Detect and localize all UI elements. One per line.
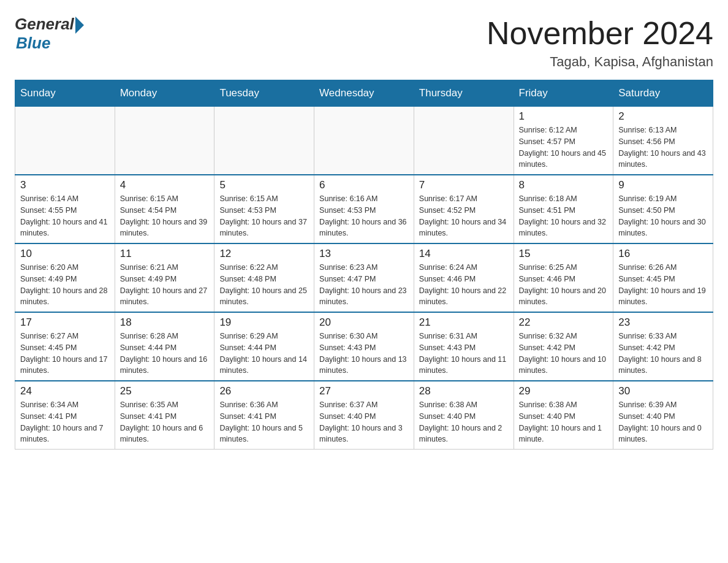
calendar-cell: 28Sunrise: 6:38 AMSunset: 4:40 PMDayligh… [414,381,514,450]
day-number: 22 [519,316,609,329]
calendar-cell: 13Sunrise: 6:23 AMSunset: 4:47 PMDayligh… [314,243,414,312]
calendar-cell: 3Sunrise: 6:14 AMSunset: 4:55 PMDaylight… [15,175,115,243]
day-number: 17 [20,316,110,329]
weekday-header-sunday: Sunday [15,80,115,106]
weekday-header-thursday: Thursday [414,80,514,106]
calendar-cell: 14Sunrise: 6:24 AMSunset: 4:46 PMDayligh… [414,243,514,312]
page-header: General Blue November 2024 Tagab, Kapisa… [15,15,713,70]
calendar-cell: 9Sunrise: 6:19 AMSunset: 4:50 PMDaylight… [613,175,713,243]
day-info: Sunrise: 6:14 AMSunset: 4:55 PMDaylight:… [20,193,110,239]
calendar-cell: 1Sunrise: 6:12 AMSunset: 4:57 PMDaylight… [514,106,613,175]
calendar-week-row: 17Sunrise: 6:27 AMSunset: 4:45 PMDayligh… [15,312,713,381]
day-info: Sunrise: 6:16 AMSunset: 4:53 PMDaylight:… [319,193,409,239]
month-title: November 2024 [487,15,713,52]
calendar-cell: 10Sunrise: 6:20 AMSunset: 4:49 PMDayligh… [15,243,115,312]
day-info: Sunrise: 6:28 AMSunset: 4:44 PMDaylight:… [120,331,210,377]
day-number: 6 [319,179,409,191]
calendar-cell: 12Sunrise: 6:22 AMSunset: 4:48 PMDayligh… [214,243,314,312]
calendar-cell [15,106,115,175]
day-info: Sunrise: 6:34 AMSunset: 4:41 PMDaylight:… [20,399,110,445]
day-number: 30 [618,385,708,397]
calendar-cell: 2Sunrise: 6:13 AMSunset: 4:56 PMDaylight… [613,106,713,175]
calendar-cell: 8Sunrise: 6:18 AMSunset: 4:51 PMDaylight… [514,175,613,243]
day-info: Sunrise: 6:38 AMSunset: 4:40 PMDaylight:… [419,399,509,445]
calendar-table: SundayMondayTuesdayWednesdayThursdayFrid… [15,80,713,450]
day-info: Sunrise: 6:39 AMSunset: 4:40 PMDaylight:… [618,399,708,445]
weekday-header-friday: Friday [514,80,613,106]
calendar-cell [214,106,314,175]
day-info: Sunrise: 6:23 AMSunset: 4:47 PMDaylight:… [319,262,409,308]
day-number: 14 [419,248,509,260]
day-number: 25 [120,385,210,397]
calendar-cell: 27Sunrise: 6:37 AMSunset: 4:40 PMDayligh… [314,381,414,450]
day-info: Sunrise: 6:29 AMSunset: 4:44 PMDaylight:… [219,331,309,377]
day-info: Sunrise: 6:38 AMSunset: 4:40 PMDaylight:… [519,399,609,445]
calendar-week-row: 1Sunrise: 6:12 AMSunset: 4:57 PMDaylight… [15,106,713,175]
day-info: Sunrise: 6:26 AMSunset: 4:45 PMDaylight:… [618,262,708,308]
weekday-header-monday: Monday [115,80,214,106]
calendar-cell [414,106,514,175]
calendar-cell: 16Sunrise: 6:26 AMSunset: 4:45 PMDayligh… [613,243,713,312]
day-number: 3 [20,179,110,191]
calendar-week-row: 24Sunrise: 6:34 AMSunset: 4:41 PMDayligh… [15,381,713,450]
calendar-cell: 6Sunrise: 6:16 AMSunset: 4:53 PMDaylight… [314,175,414,243]
day-info: Sunrise: 6:36 AMSunset: 4:41 PMDaylight:… [219,399,309,445]
calendar-cell: 18Sunrise: 6:28 AMSunset: 4:44 PMDayligh… [115,312,214,381]
logo-arrow-icon [75,17,84,34]
day-number: 5 [219,179,309,191]
day-info: Sunrise: 6:37 AMSunset: 4:40 PMDaylight:… [319,399,409,445]
day-number: 23 [618,316,708,329]
calendar-cell: 19Sunrise: 6:29 AMSunset: 4:44 PMDayligh… [214,312,314,381]
day-info: Sunrise: 6:22 AMSunset: 4:48 PMDaylight:… [219,262,309,308]
day-number: 12 [219,248,309,260]
day-info: Sunrise: 6:33 AMSunset: 4:42 PMDaylight:… [618,331,708,377]
calendar-cell: 30Sunrise: 6:39 AMSunset: 4:40 PMDayligh… [613,381,713,450]
day-number: 13 [319,248,409,260]
day-info: Sunrise: 6:19 AMSunset: 4:50 PMDaylight:… [618,193,708,239]
day-number: 18 [120,316,210,329]
day-number: 10 [20,248,110,260]
weekday-header-saturday: Saturday [613,80,713,106]
day-number: 27 [319,385,409,397]
calendar-cell: 11Sunrise: 6:21 AMSunset: 4:49 PMDayligh… [115,243,214,312]
day-number: 16 [618,248,708,260]
day-number: 4 [120,179,210,191]
day-number: 28 [419,385,509,397]
day-info: Sunrise: 6:31 AMSunset: 4:43 PMDaylight:… [419,331,509,377]
day-info: Sunrise: 6:20 AMSunset: 4:49 PMDaylight:… [20,262,110,308]
day-info: Sunrise: 6:21 AMSunset: 4:49 PMDaylight:… [120,262,210,308]
calendar-cell [115,106,214,175]
calendar-cell: 26Sunrise: 6:36 AMSunset: 4:41 PMDayligh… [214,381,314,450]
calendar-cell: 15Sunrise: 6:25 AMSunset: 4:46 PMDayligh… [514,243,613,312]
logo-blue-text: Blue [16,34,50,53]
day-info: Sunrise: 6:15 AMSunset: 4:53 PMDaylight:… [219,193,309,239]
day-number: 29 [519,385,609,397]
day-number: 20 [319,316,409,329]
calendar-cell: 23Sunrise: 6:33 AMSunset: 4:42 PMDayligh… [613,312,713,381]
weekday-header-wednesday: Wednesday [314,80,414,106]
day-number: 9 [618,179,708,191]
calendar-cell: 24Sunrise: 6:34 AMSunset: 4:41 PMDayligh… [15,381,115,450]
day-number: 19 [219,316,309,329]
day-info: Sunrise: 6:35 AMSunset: 4:41 PMDaylight:… [120,399,210,445]
calendar-cell: 22Sunrise: 6:32 AMSunset: 4:42 PMDayligh… [514,312,613,381]
calendar-cell: 5Sunrise: 6:15 AMSunset: 4:53 PMDaylight… [214,175,314,243]
calendar-cell: 21Sunrise: 6:31 AMSunset: 4:43 PMDayligh… [414,312,514,381]
calendar-cell: 17Sunrise: 6:27 AMSunset: 4:45 PMDayligh… [15,312,115,381]
day-info: Sunrise: 6:27 AMSunset: 4:45 PMDaylight:… [20,331,110,377]
logo: General Blue [15,15,84,53]
calendar-cell: 20Sunrise: 6:30 AMSunset: 4:43 PMDayligh… [314,312,414,381]
day-number: 2 [618,110,708,123]
day-number: 1 [519,110,609,123]
location-title: Tagab, Kapisa, Afghanistan [487,54,713,70]
weekday-header-tuesday: Tuesday [214,80,314,106]
day-info: Sunrise: 6:18 AMSunset: 4:51 PMDaylight:… [519,193,609,239]
day-info: Sunrise: 6:13 AMSunset: 4:56 PMDaylight:… [618,124,708,170]
day-info: Sunrise: 6:24 AMSunset: 4:46 PMDaylight:… [419,262,509,308]
title-block: November 2024 Tagab, Kapisa, Afghanistan [487,15,713,70]
day-number: 26 [219,385,309,397]
day-number: 21 [419,316,509,329]
day-info: Sunrise: 6:12 AMSunset: 4:57 PMDaylight:… [519,124,609,170]
day-info: Sunrise: 6:32 AMSunset: 4:42 PMDaylight:… [519,331,609,377]
day-info: Sunrise: 6:30 AMSunset: 4:43 PMDaylight:… [319,331,409,377]
